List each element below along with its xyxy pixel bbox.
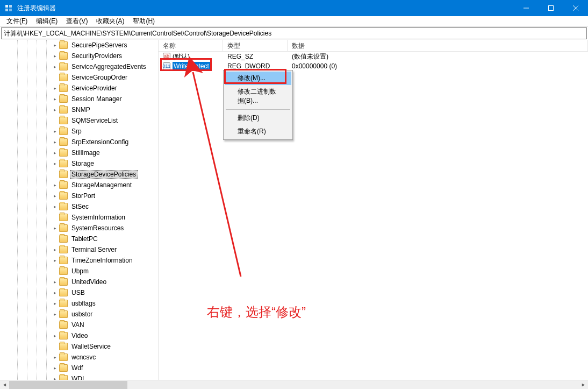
folder-icon	[59, 375, 68, 380]
tree-item[interactable]: StorageDevicePolicies	[0, 169, 158, 180]
menu-item[interactable]: 查看(V)	[62, 16, 92, 27]
tree-item[interactable]: SQMServiceList	[0, 115, 158, 126]
folder-icon	[59, 74, 68, 81]
tree-pane[interactable]: ▸SecurePipeServers▸SecurityProviders▸Ser…	[0, 40, 159, 380]
chevron-right-icon[interactable]: ▸	[52, 107, 58, 113]
tree-item[interactable]: Ubpm	[0, 266, 158, 277]
chevron-right-icon[interactable]: ▸	[52, 85, 58, 91]
close-button[interactable]	[563, 0, 588, 16]
tree-item[interactable]: ▸Session Manager	[0, 94, 158, 104]
tree-item-label: Srp	[70, 127, 83, 136]
tree-item[interactable]: ▸USB	[0, 287, 158, 298]
svg-rect-0	[5, 5, 8, 8]
tree-item[interactable]: ▸ServiceProvider	[0, 83, 158, 94]
tree-item[interactable]: ▸StillImage	[0, 147, 158, 158]
tree-item[interactable]: ▸ServiceAggregatedEvents	[0, 61, 158, 72]
chevron-right-icon[interactable]: ▸	[52, 203, 58, 210]
context-menu-item[interactable]: 删除(D)	[225, 111, 291, 125]
minimize-button[interactable]	[514, 0, 539, 16]
tree-item-label: ServiceAggregatedEvents	[70, 62, 148, 71]
tree-item[interactable]: ▸WDI	[0, 373, 158, 380]
tree-item[interactable]: ▸SecurePipeServers	[0, 40, 158, 51]
tree-item[interactable]: ▸SrpExtensionConfig	[0, 137, 158, 147]
chevron-right-icon[interactable]: ▸	[52, 128, 58, 135]
list-pane[interactable]: 名称 类型 数据 ab(默认)REG_SZ(数值未设置)011WriteProt…	[159, 40, 588, 380]
scroll-thumb[interactable]	[9, 381, 127, 389]
tree-item[interactable]: ▸StSec	[0, 201, 158, 212]
scroll-track[interactable]	[9, 380, 579, 390]
tree-item[interactable]: ▸Terminal Server	[0, 244, 158, 255]
tree-item[interactable]: ▸usbstor	[0, 309, 158, 320]
tree-item-label: SystemResources	[70, 224, 125, 232]
tree-item[interactable]: ▸StorPort	[0, 190, 158, 201]
context-menu-item[interactable]: 修改二进制数据(B)...	[225, 85, 291, 108]
horizontal-scrollbar[interactable]: ◄ ►	[0, 380, 588, 389]
tree-item[interactable]: ▸StorageManagement	[0, 180, 158, 190]
tree-item[interactable]: ▸TimeZoneInformation	[0, 255, 158, 266]
folder-icon	[59, 160, 68, 167]
folder-icon	[59, 41, 68, 49]
col-name[interactable]: 名称	[159, 40, 223, 51]
menu-item[interactable]: 帮助(H)	[128, 16, 159, 27]
chevron-right-icon[interactable]: ▸	[52, 160, 58, 167]
chevron-right-icon[interactable]: ▸	[52, 53, 58, 59]
chevron-right-icon[interactable]: ▸	[52, 150, 58, 156]
tree-item[interactable]: ▸SNMP	[0, 104, 158, 115]
tree-item[interactable]: TabletPC	[0, 234, 158, 244]
chevron-right-icon[interactable]: ▸	[52, 279, 58, 285]
tree-item[interactable]: ▸Storage	[0, 158, 158, 169]
svg-rect-2	[5, 9, 8, 11]
titlebar: 注册表编辑器	[0, 0, 588, 16]
col-data[interactable]: 数据	[288, 40, 588, 51]
address-bar[interactable]: 计算机\HKEY_LOCAL_MACHINE\SYSTEM\CurrentCon…	[1, 27, 587, 39]
tree-item-label: SecurityProviders	[70, 52, 124, 60]
tree-item[interactable]: VAN	[0, 320, 158, 330]
tree-item-label: StorageDevicePolicies	[70, 170, 138, 179]
chevron-right-icon[interactable]: ▸	[52, 300, 58, 307]
menu-item[interactable]: 文件(F)	[2, 16, 32, 27]
folder-icon	[59, 138, 68, 146]
chevron-right-icon[interactable]: ▸	[52, 225, 58, 231]
chevron-right-icon[interactable]: ▸	[52, 289, 58, 296]
chevron-right-icon[interactable]: ▸	[52, 139, 58, 145]
tree-item[interactable]: ▸SecurityProviders	[0, 51, 158, 61]
tree-item[interactable]: ▸Video	[0, 330, 158, 341]
tree-item[interactable]: ServiceGroupOrder	[0, 72, 158, 83]
tree-item[interactable]: SystemInformation	[0, 212, 158, 223]
scroll-right-button[interactable]: ►	[579, 380, 588, 390]
expander-empty	[52, 214, 58, 221]
svg-rect-3	[9, 9, 12, 11]
scroll-left-button[interactable]: ◄	[0, 380, 9, 390]
tree-item[interactable]: ▸usbflags	[0, 298, 158, 309]
col-type[interactable]: 类型	[223, 40, 288, 51]
context-menu-item[interactable]: 重命名(R)	[225, 125, 291, 138]
chevron-right-icon[interactable]: ▸	[52, 42, 58, 48]
chevron-right-icon[interactable]: ▸	[52, 182, 58, 188]
chevron-right-icon[interactable]: ▸	[52, 63, 58, 70]
chevron-right-icon[interactable]: ▸	[52, 311, 58, 317]
expander-empty	[52, 343, 58, 350]
chevron-right-icon[interactable]: ▸	[52, 365, 58, 371]
chevron-right-icon[interactable]: ▸	[52, 354, 58, 360]
tree-item[interactable]: WalletService	[0, 341, 158, 352]
chevron-right-icon[interactable]: ▸	[52, 96, 58, 102]
tree-item[interactable]: ▸Wdf	[0, 363, 158, 373]
maximize-button[interactable]	[539, 0, 563, 16]
chevron-right-icon[interactable]: ▸	[52, 376, 58, 380]
list-row[interactable]: ab(默认)REG_SZ(数值未设置)	[159, 52, 588, 61]
annotation-box-modify	[224, 69, 286, 84]
tree-item[interactable]: ▸SystemResources	[0, 223, 158, 234]
tree-item-label: StillImage	[70, 148, 102, 157]
folder-icon	[59, 235, 68, 243]
chevron-right-icon[interactable]: ▸	[52, 246, 58, 253]
tree-item[interactable]: ▸UnitedVideo	[0, 277, 158, 287]
menu-item[interactable]: 收藏夹(A)	[92, 16, 128, 27]
tree-item-label: Session Manager	[70, 95, 123, 103]
tree-item[interactable]: ▸wcncsvc	[0, 352, 158, 363]
menu-item[interactable]: 编辑(E)	[32, 16, 62, 27]
chevron-right-icon[interactable]: ▸	[52, 333, 58, 339]
tree-item[interactable]: ▸Srp	[0, 126, 158, 137]
folder-icon	[59, 106, 68, 114]
chevron-right-icon[interactable]: ▸	[52, 257, 58, 264]
chevron-right-icon[interactable]: ▸	[52, 193, 58, 199]
